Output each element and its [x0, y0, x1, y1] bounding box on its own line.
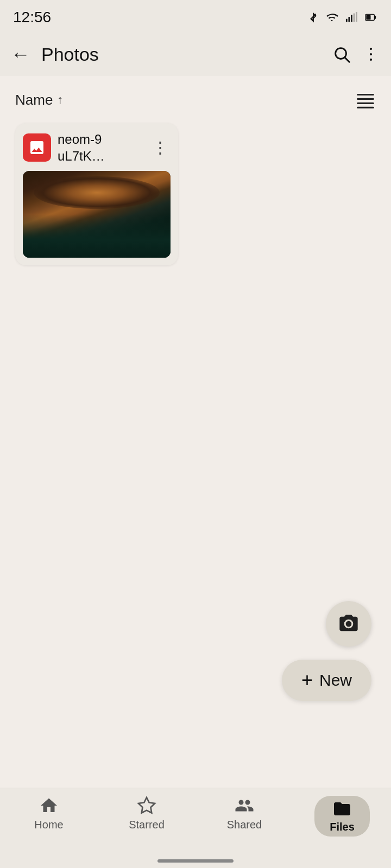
nav-item-shared[interactable]: Shared — [195, 796, 293, 831]
app-bar: ← Photos — [0, 33, 391, 76]
home-indicator — [157, 859, 234, 863]
sort-name: Name — [15, 92, 53, 108]
file-card-header: neom-9uL7tK… ⋮ — [23, 131, 171, 164]
svg-point-10 — [370, 48, 372, 50]
camera-icon — [338, 613, 360, 635]
nav-label-starred: Starred — [129, 819, 165, 831]
app-bar-actions — [332, 45, 380, 63]
new-fab-button[interactable]: + New — [282, 660, 371, 701]
thumbnail-image — [23, 171, 171, 258]
svg-rect-16 — [357, 107, 374, 108]
sort-label[interactable]: Name ↑ — [15, 92, 63, 108]
svg-rect-15 — [357, 103, 374, 104]
file-more-button[interactable]: ⋮ — [150, 137, 171, 158]
search-button[interactable] — [332, 45, 351, 63]
signal-icon — [344, 11, 358, 23]
bluetooth-icon — [307, 11, 319, 23]
back-button[interactable]: ← — [11, 44, 30, 64]
svg-marker-17 — [138, 797, 155, 813]
file-grid: neom-9uL7tK… ⋮ — [0, 119, 391, 265]
nav-label-shared: Shared — [227, 819, 262, 831]
folder-icon — [331, 799, 353, 819]
sort-direction-icon: ↑ — [57, 93, 63, 107]
page-title: Photos — [41, 44, 321, 65]
nav-item-home[interactable]: Home — [0, 796, 98, 831]
sort-row: Name ↑ — [0, 76, 391, 119]
people-icon — [234, 796, 255, 815]
svg-rect-13 — [357, 94, 374, 95]
new-label: New — [319, 671, 352, 690]
nav-item-files[interactable]: Files — [293, 796, 391, 837]
nav-item-starred[interactable]: Starred — [98, 796, 195, 831]
status-time: 12:56 — [13, 9, 51, 26]
svg-rect-3 — [354, 14, 355, 22]
svg-point-11 — [370, 53, 372, 55]
status-icons — [307, 11, 378, 23]
svg-rect-1 — [349, 17, 350, 22]
svg-point-12 — [370, 59, 372, 61]
status-bar: 12:56 — [0, 0, 391, 33]
svg-rect-14 — [357, 98, 374, 100]
svg-rect-7 — [366, 15, 370, 20]
more-options-button[interactable] — [362, 45, 380, 63]
nav-label-home: Home — [34, 819, 63, 831]
camera-fab-button[interactable] — [326, 601, 371, 647]
file-type-icon — [23, 133, 51, 162]
list-view-button[interactable] — [355, 90, 376, 110]
svg-line-9 — [345, 58, 349, 62]
nav-label-files: Files — [330, 821, 355, 833]
svg-rect-0 — [346, 19, 348, 22]
files-active-bg: Files — [314, 796, 370, 837]
file-card[interactable]: neom-9uL7tK… ⋮ — [15, 123, 178, 265]
home-icon — [38, 796, 60, 815]
file-thumbnail[interactable] — [23, 171, 171, 258]
wifi-icon — [325, 11, 339, 23]
svg-rect-6 — [374, 16, 376, 19]
star-icon — [136, 796, 157, 815]
file-name: neom-9uL7tK… — [58, 131, 143, 164]
plus-icon: + — [301, 671, 313, 690]
bottom-nav: Home Starred Shared Files — [0, 788, 391, 868]
battery-icon — [364, 11, 378, 23]
svg-rect-4 — [356, 12, 357, 22]
svg-rect-2 — [351, 15, 352, 22]
